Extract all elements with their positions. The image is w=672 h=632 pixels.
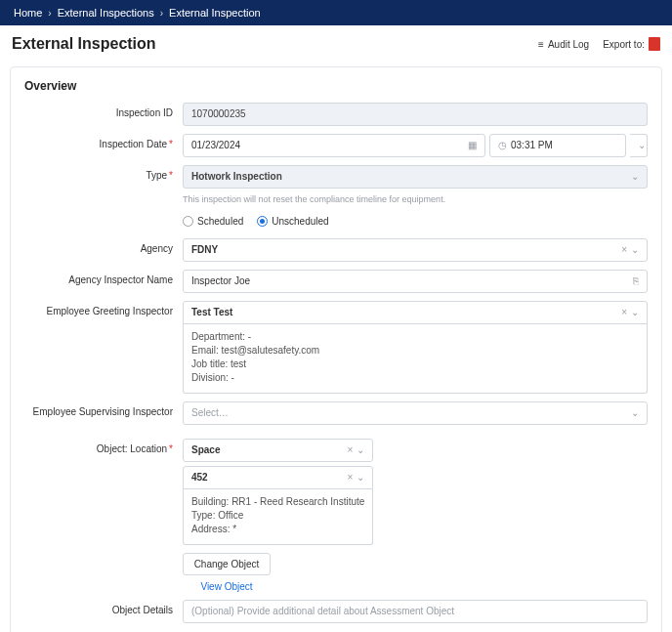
- object-location-type-select[interactable]: Space ×⌄: [183, 439, 373, 462]
- scheduled-label: Scheduled: [197, 216, 243, 227]
- schedule-radio-group: Scheduled Unscheduled: [183, 212, 648, 231]
- inspection-id-label: Inspection ID: [24, 103, 183, 124]
- time-toggle-button[interactable]: ⌄: [630, 134, 648, 157]
- object-location-label: Object: Location*: [24, 439, 183, 460]
- inspection-time-value: 03:31 PM: [511, 139, 553, 152]
- audit-log-label: Audit Log: [548, 39, 589, 50]
- object-location-code-select[interactable]: 452 ×⌄: [183, 466, 373, 489]
- chevron-down-icon: ⌄: [631, 406, 639, 420]
- export-to-label: Export to:: [603, 39, 645, 50]
- agency-inspector-name-value: Inspector Joe: [191, 274, 250, 288]
- radio-on-icon: [257, 216, 268, 227]
- object-location-type-value: Space: [191, 443, 220, 457]
- audit-log-button[interactable]: ≡ Audit Log: [538, 39, 589, 50]
- clear-icon[interactable]: ×: [621, 243, 627, 257]
- export-to: Export to:: [603, 37, 660, 51]
- calendar-icon: ▦: [468, 139, 477, 152]
- type-value: Hotwork Inspection: [191, 170, 282, 184]
- inspection-date-input[interactable]: 01/23/2024 ▦: [183, 134, 485, 157]
- agency-label: Agency: [24, 238, 183, 260]
- overview-panel: Overview Inspection ID 1070000235 Inspec…: [10, 66, 662, 632]
- object-details-placeholder: (Optional) Provide additional detail abo…: [191, 605, 454, 618]
- agency-inspector-name-input[interactable]: Inspector Joe ⎘: [183, 270, 648, 293]
- page-title: External Inspection: [12, 35, 156, 53]
- chevron-down-icon: ⌄: [357, 471, 364, 485]
- pdf-icon[interactable]: [649, 37, 660, 51]
- clock-icon: ◷: [498, 139, 507, 152]
- employee-supervising-placeholder: Select…: [191, 406, 229, 420]
- chevron-right-icon: ›: [48, 8, 51, 19]
- employee-supervising-select[interactable]: Select… ⌄: [183, 401, 648, 425]
- object-location-details: Building: RR1 - Reed Research Institute …: [183, 489, 373, 545]
- type-select[interactable]: Hotwork Inspection ⌄: [183, 165, 648, 189]
- breadcrumb-current: External Inspection: [169, 7, 261, 19]
- change-object-button[interactable]: Change Object: [183, 553, 271, 575]
- object-details-input[interactable]: (Optional) Provide additional detail abo…: [183, 600, 648, 623]
- radio-off-icon: [183, 216, 193, 227]
- unscheduled-radio[interactable]: Unscheduled: [257, 216, 328, 227]
- agency-select[interactable]: FDNY ×⌄: [183, 238, 648, 262]
- object-details-label: Object Details: [24, 600, 183, 621]
- inspection-date-label: Inspection Date*: [24, 134, 183, 155]
- employee-supervising-label: Employee Supervising Inspector: [24, 401, 183, 423]
- inspection-id-value: 1070000235: [191, 107, 246, 121]
- type-label: Type*: [24, 165, 183, 187]
- type-helper-text: This inspection will not reset the compl…: [183, 194, 648, 204]
- breadcrumb-bar: Home › External Inspections › External I…: [0, 0, 672, 25]
- chevron-down-icon: ⌄: [631, 170, 639, 184]
- chevron-down-icon: ⌄: [357, 443, 364, 457]
- clear-icon[interactable]: ×: [347, 443, 353, 457]
- breadcrumb-home[interactable]: Home: [14, 7, 42, 19]
- inspection-id-field: 1070000235: [183, 103, 648, 126]
- object-location-code-value: 452: [191, 471, 208, 485]
- breadcrumb-list[interactable]: External Inspections: [58, 7, 154, 19]
- chevron-down-icon: ⌄: [631, 306, 639, 319]
- view-object-link[interactable]: View Object: [183, 581, 271, 592]
- agency-value: FDNY: [191, 243, 218, 257]
- edit-icon[interactable]: ⎘: [633, 274, 639, 288]
- overview-heading: Overview: [24, 79, 648, 93]
- list-icon: ≡: [538, 39, 544, 50]
- inspection-time-input[interactable]: ◷ 03:31 PM: [489, 134, 626, 157]
- employee-greeting-value: Test Test: [191, 306, 232, 319]
- employee-greeting-select[interactable]: Test Test ×⌄: [183, 301, 648, 324]
- inspection-date-value: 01/23/2024: [191, 139, 240, 152]
- agency-inspector-name-label: Agency Inspector Name: [24, 270, 183, 291]
- employee-greeting-label: Employee Greeting Inspector: [24, 301, 183, 322]
- page-header: External Inspection ≡ Audit Log Export t…: [0, 25, 672, 61]
- employee-greeting-details: Department: - Email: test@salutesafety.c…: [183, 324, 648, 394]
- page-actions: ≡ Audit Log Export to:: [538, 37, 660, 51]
- chevron-right-icon: ›: [160, 8, 163, 19]
- unscheduled-label: Unscheduled: [272, 216, 328, 227]
- clear-icon[interactable]: ×: [347, 471, 353, 485]
- chevron-down-icon: ⌄: [631, 243, 639, 257]
- clear-icon[interactable]: ×: [621, 306, 627, 319]
- scheduled-radio[interactable]: Scheduled: [183, 216, 243, 227]
